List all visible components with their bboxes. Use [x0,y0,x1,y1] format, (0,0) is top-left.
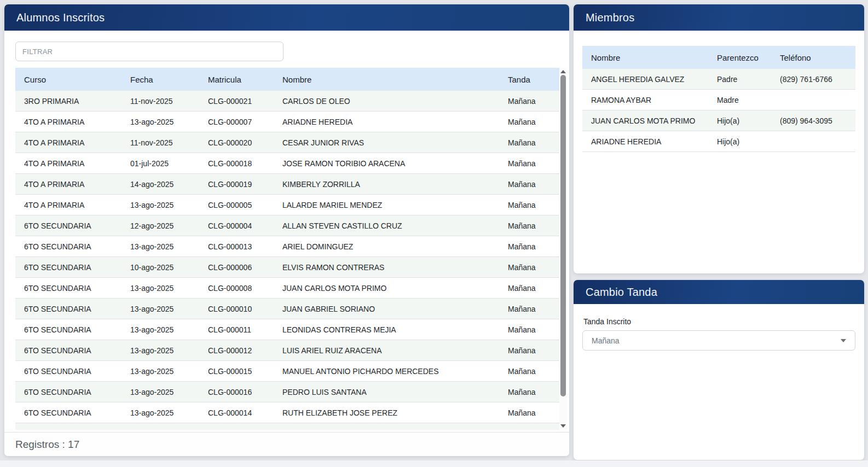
table-row-partial[interactable] [15,423,559,430]
cell-curso: 4TO A PRIMARIA [15,159,121,168]
table-row[interactable]: 6TO SECUNDARIA 13-ago-2025 CLG-000016 PE… [15,382,559,402]
cell-curso: 3RO PRIMARIA [15,97,121,106]
cell-fecha: 13-ago-2025 [121,408,199,417]
cell-nombre: LEONIDAS CONTRERAS MEJIA [274,325,499,334]
table-scrollbar[interactable] [559,68,567,430]
cell-telefono: (829) 761-6766 [771,75,855,84]
cell-nombre: ANGEL HEREDIA GALVEZ [582,75,708,84]
cambio-tanda-panel: Cambio Tanda Tanda Inscrito Mañana [574,280,864,460]
cell-nombre: JUAN CARLOS MOTA PRIMO [274,284,499,293]
table-row[interactable]: 3RO PRIMARIA 11-nov-2025 CLG-000021 CARL… [15,91,559,112]
miembro-row: ARIADNE HEREDIA Hijo(a) [582,131,855,152]
table-row[interactable]: 6TO SECUNDARIA 13-ago-2025 CLG-000014 RU… [15,402,559,423]
cell-fecha: 13-ago-2025 [121,388,199,396]
cell-tanda: Mañana [499,284,559,293]
column-header-fecha: Fecha [121,75,199,84]
cell-nombre: ARIADNE HEREDIA [274,118,499,126]
cell-fecha: 13-ago-2025 [121,284,199,293]
cell-fecha: 12-ago-2025 [121,221,199,230]
column-header-nombre: Nombre [274,75,499,84]
cell-tanda: Mañana [499,242,559,251]
table-row[interactable]: 6TO SECUNDARIA 13-ago-2025 CLG-000008 JU… [15,278,559,299]
cell-matricula: CLG-000020 [199,138,274,147]
column-header-matricula: Matricula [199,75,274,84]
cell-fecha: 13-ago-2025 [121,118,199,126]
cell-nombre: RAMONA AYBAR [582,96,708,104]
table-row[interactable]: 4TO A PRIMARIA 13-ago-2025 CLG-000005 LA… [15,195,559,215]
cell-matricula: CLG-000019 [199,180,274,189]
cell-matricula: CLG-000021 [199,97,274,106]
cell-nombre: JUAN GABRIEL SORIANO [274,305,499,313]
cell-curso: 6TO SECUNDARIA [15,284,121,293]
tanda-select[interactable]: Mañana [582,330,855,351]
table-row[interactable]: 4TO A PRIMARIA 13-ago-2025 CLG-000007 AR… [15,112,559,132]
scrollbar-down-arrow-icon[interactable] [560,424,566,428]
miembro-row: RAMONA AYBAR Madre [582,90,855,110]
scrollbar-up-arrow-icon[interactable] [560,70,566,73]
cell-curso: 4TO A PRIMARIA [15,201,121,209]
cell-nombre: CARLOS DE OLEO [274,97,499,106]
cell-fecha: 11-nov-2025 [121,138,199,147]
cell-matricula: CLG-000007 [199,118,274,126]
scrollbar-thumb[interactable] [560,75,566,396]
table-row[interactable]: 6TO SECUNDARIA 13-ago-2025 CLG-000010 JU… [15,299,559,319]
cell-fecha: 11-nov-2025 [121,97,199,106]
cell-tanda: Mañana [499,346,559,355]
table-row[interactable]: 6TO SECUNDARIA 13-ago-2025 CLG-000015 MA… [15,361,559,382]
cell-tanda: Mañana [499,159,559,168]
cambio-tanda-panel-title: Cambio Tanda [586,286,657,299]
cell-matricula: CLG-000008 [199,284,274,293]
page-bottom-strip [0,460,868,467]
column-header-curso: Curso [15,75,121,84]
table-row[interactable]: 6TO SECUNDARIA 12-ago-2025 CLG-000004 AL… [15,215,559,236]
cell-tanda: Mañana [499,118,559,126]
cell-fecha: 01-jul-2025 [121,159,199,168]
cell-nombre: KIMBERLY ZORRILLA [274,180,499,189]
cell-nombre: RUTH ELIZABETH JOSE PEREZ [274,408,499,417]
cell-fecha: 13-ago-2025 [121,201,199,209]
table-row[interactable]: 4TO A PRIMARIA 11-nov-2025 CLG-000020 CE… [15,132,559,153]
cell-curso: 6TO SECUNDARIA [15,263,121,272]
cell-parentezco: Padre [708,75,771,84]
registros-count: Registros : 17 [15,439,79,451]
cell-nombre: ARIEL DOMINGUEZ [274,242,499,251]
cell-curso: 6TO SECUNDARIA [15,367,121,376]
cell-curso: 4TO A PRIMARIA [15,118,121,126]
cell-telefono: (809) 964-3095 [771,116,855,125]
cell-curso: 6TO SECUNDARIA [15,408,121,417]
cell-nombre: PEDRO LUIS SANTANA [274,388,499,396]
cell-fecha: 13-ago-2025 [121,367,199,376]
cell-matricula: CLG-000012 [199,346,274,355]
cell-curso: 6TO SECUNDARIA [15,388,121,396]
table-row[interactable]: 6TO SECUNDARIA 13-ago-2025 CLG-000012 LU… [15,340,559,361]
cell-tanda: Mañana [499,97,559,106]
table-row[interactable]: 4TO A PRIMARIA 01-jul-2025 CLG-000018 JO… [15,153,559,174]
miembro-row: ANGEL HEREDIA GALVEZ Padre (829) 761-676… [582,69,855,90]
miembros-table-body: ANGEL HEREDIA GALVEZ Padre (829) 761-676… [582,69,855,152]
cell-fecha: 13-ago-2025 [121,242,199,251]
cell-matricula: CLG-000014 [199,408,274,417]
cell-tanda: Mañana [499,305,559,313]
alumnos-panel-footer: Registros : 17 [4,432,569,456]
cell-curso: 6TO SECUNDARIA [15,325,121,334]
cell-curso: 4TO A PRIMARIA [15,138,121,147]
cell-matricula: CLG-000006 [199,263,274,272]
miembros-table-header: Nombre Parentezco Teléfono [582,46,855,69]
miembro-row: JUAN CARLOS MOTA PRIMO Hijo(a) (809) 964… [582,110,855,131]
miembros-panel: Miembros Nombre Parentezco Teléfono ANGE… [574,4,864,273]
column-header-parentezco: Parentezco [708,53,771,62]
cell-curso: 6TO SECUNDARIA [15,305,121,313]
table-row[interactable]: 4TO A PRIMARIA 14-ago-2025 CLG-000019 KI… [15,174,559,195]
alumnos-table-body: 3RO PRIMARIA 11-nov-2025 CLG-000021 CARL… [15,91,559,430]
table-row[interactable]: 6TO SECUNDARIA 10-ago-2025 CLG-000006 EL… [15,257,559,278]
table-row[interactable]: 6TO SECUNDARIA 13-ago-2025 CLG-000013 AR… [15,236,559,257]
alumnos-inscritos-panel: Alumnos Inscritos Curso Fecha Matricula … [4,4,569,456]
cell-nombre: ELVIS RAMON CONTRERAS [274,263,499,272]
cambio-tanda-panel-header: Cambio Tanda [574,280,864,304]
column-header-tanda: Tanda [499,75,559,84]
cell-curso: 4TO A PRIMARIA [15,180,121,189]
tanda-select-value: Mañana [592,336,620,345]
cell-fecha: 13-ago-2025 [121,305,199,313]
table-row[interactable]: 6TO SECUNDARIA 13-ago-2025 CLG-000011 LE… [15,319,559,340]
filter-input[interactable] [15,42,283,61]
